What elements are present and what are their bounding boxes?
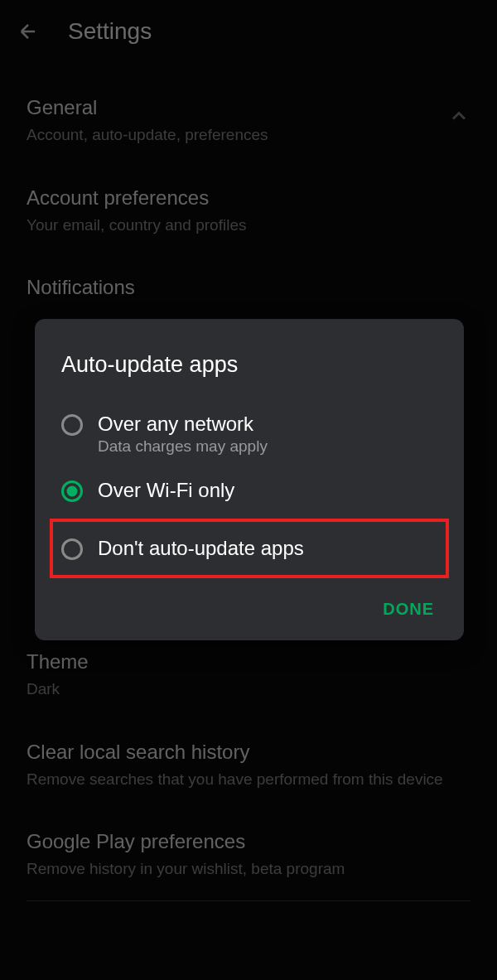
radio-label: Don't auto-update apps <box>98 537 437 560</box>
radio-option-wifi-only[interactable]: Over Wi-Fi only <box>35 467 464 514</box>
auto-update-dialog: Auto-update apps Over any network Data c… <box>35 319 464 640</box>
radio-icon <box>61 538 83 560</box>
done-button[interactable]: DONE <box>383 600 434 619</box>
radio-option-any-network[interactable]: Over any network Data charges may apply <box>35 401 464 467</box>
dialog-actions: DONE <box>35 583 464 625</box>
radio-label: Over any network <box>98 413 437 436</box>
radio-icon <box>61 414 83 436</box>
radio-icon <box>61 480 83 502</box>
radio-option-dont-update[interactable]: Don't auto-update apps <box>50 519 449 578</box>
radio-label: Over Wi-Fi only <box>98 479 437 502</box>
radio-sublabel: Data charges may apply <box>98 437 437 456</box>
dialog-title: Auto-update apps <box>35 352 464 401</box>
